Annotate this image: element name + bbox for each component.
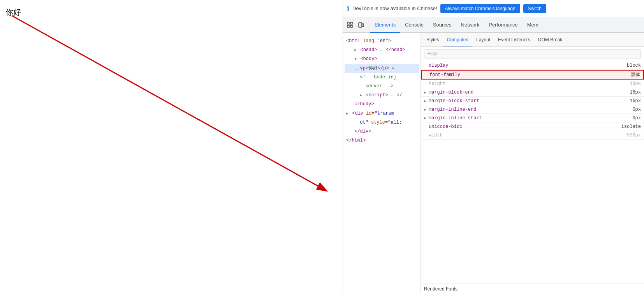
prop-name-unicode-bidi: unicode-bidi	[429, 124, 618, 129]
dom-line: ▶ <script> … </	[345, 91, 419, 100]
dom-line: </body>	[345, 100, 419, 109]
prop-value-margin-inline-end: 0px	[629, 107, 641, 112]
chinese-text: 你好	[5, 7, 21, 18]
dom-line: <html lang="en">	[345, 37, 419, 46]
filter-row	[421, 47, 644, 61]
dom-line-selected[interactable]: ··· <p>你好</p> =	[345, 64, 419, 73]
prop-name-display: display	[429, 63, 624, 68]
svg-rect-3	[347, 25, 349, 27]
prop-name-margin-inline-start: margin-inline-start	[429, 115, 629, 121]
dom-line: ▶ <div id="transm	[345, 109, 419, 118]
prop-expand-margin-inline-start[interactable]: ▶	[424, 116, 429, 120]
notification-text: DevTools is now available in Chinese!	[352, 5, 437, 11]
dom-line: ▶ <head> … </head>	[345, 46, 419, 55]
prop-row-margin-block-start: ▶ margin-block-start 16px	[421, 97, 644, 105]
dom-panel[interactable]: <html lang="en"> ▶ <head> … </head> ▼ <b…	[343, 33, 421, 294]
svg-line-1	[12, 16, 327, 191]
prop-row-height: height 18px	[421, 80, 644, 88]
svg-rect-5	[350, 25, 352, 27]
computed-list[interactable]: display block font-family 黑体 height 18px	[421, 61, 644, 283]
match-language-button[interactable]: Always match Chrome's language	[440, 4, 520, 13]
rendered-fonts-section: Rendered Fonts	[421, 283, 644, 294]
sub-tab-event-listeners[interactable]: Event Listeners	[494, 33, 534, 47]
sub-tab-layout[interactable]: Layout	[472, 33, 494, 47]
notification-bar: ℹ DevTools is now available in Chinese! …	[343, 0, 644, 17]
device-mode-icon[interactable]	[355, 19, 366, 30]
dom-line: <!-- Code inj	[345, 73, 419, 82]
prop-expand-margin-block-start[interactable]: ▶	[424, 99, 429, 103]
arrow-overlay	[0, 0, 343, 294]
computed-panel: Styles Computed Layout Event Listeners D…	[421, 33, 644, 294]
prop-row-display: display block	[421, 61, 644, 70]
svg-rect-7	[362, 24, 364, 27]
tab-elements[interactable]: Elements	[370, 17, 400, 33]
sub-tab-dom-break[interactable]: DOM Break	[534, 33, 567, 47]
info-icon: ℹ	[347, 5, 349, 12]
tab-performance[interactable]: Performance	[484, 17, 522, 33]
tab-sources[interactable]: Sources	[428, 17, 456, 33]
prop-row-margin-inline-start: ▶ margin-inline-start 0px	[421, 114, 644, 122]
sub-tab-computed[interactable]: Computed	[443, 33, 472, 47]
tab-more[interactable]: Mem	[523, 17, 543, 33]
prop-name-margin-block-start: margin-block-start	[429, 98, 626, 104]
tab-console[interactable]: Console	[400, 17, 428, 33]
prop-name-height: height	[429, 81, 626, 87]
prop-row-margin-block-end: ▶ margin-block-end 16px	[421, 88, 644, 97]
prop-row-unicode-bidi: unicode-bidi isolate	[421, 122, 644, 131]
toolbar-separator	[368, 20, 368, 30]
tab-network[interactable]: Network	[456, 17, 484, 33]
dom-line: ot" style="all:	[345, 118, 419, 127]
devtools-panel: ℹ DevTools is now available in Chinese! …	[343, 0, 644, 294]
prop-name-font-family: font-family	[429, 72, 628, 78]
prop-row-margin-inline-end: ▶ margin-inline-end 0px	[421, 105, 644, 114]
svg-rect-4	[350, 22, 352, 24]
prop-value-width: 596px	[624, 133, 641, 138]
dom-line: server -->	[345, 82, 419, 91]
prop-value-unicode-bidi: isolate	[618, 124, 641, 129]
devtools-body: <html lang="en"> ▶ <head> … </head> ▼ <b…	[343, 33, 644, 294]
prop-value-font-family: 黑体	[628, 71, 640, 78]
svg-rect-6	[359, 23, 362, 27]
prop-expand-margin-block-end[interactable]: ▶	[424, 90, 429, 95]
page-content: 你好	[0, 0, 343, 294]
filter-input[interactable]	[424, 49, 641, 58]
prop-value-margin-block-start: 16px	[626, 98, 641, 104]
dom-line: ▼ <body>	[345, 55, 419, 64]
prop-row-width: width 596px	[421, 131, 644, 140]
devtools-toolbar: Elements Console Sources Network Perform…	[343, 17, 644, 33]
dom-line: </html>	[345, 136, 419, 145]
dom-line: </div>	[345, 127, 419, 136]
prop-name-margin-inline-end: margin-inline-end	[429, 107, 629, 112]
prop-name-width: width	[429, 133, 624, 138]
prop-value-margin-inline-start: 0px	[629, 115, 641, 121]
sub-tab-styles[interactable]: Styles	[422, 33, 443, 47]
prop-row-font-family: font-family 黑体	[421, 70, 644, 80]
prop-value-height: 18px	[626, 81, 641, 87]
rendered-fonts-label: Rendered Fonts	[424, 286, 457, 292]
svg-rect-2	[347, 22, 349, 24]
prop-name-margin-block-end: margin-block-end	[429, 90, 626, 95]
switch-button[interactable]: Switch	[523, 4, 546, 13]
prop-expand-margin-inline-end[interactable]: ▶	[424, 107, 429, 112]
inspect-icon[interactable]	[345, 19, 355, 30]
prop-value-display: block	[624, 63, 641, 68]
sub-tabs: Styles Computed Layout Event Listeners D…	[421, 33, 644, 47]
prop-value-margin-block-end: 16px	[626, 90, 641, 95]
